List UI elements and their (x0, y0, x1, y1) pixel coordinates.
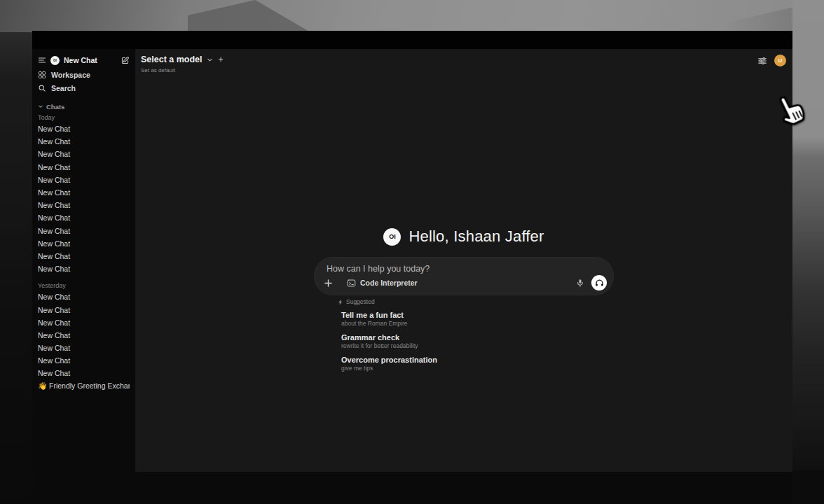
input-toolbar: Code Interpreter (324, 275, 607, 290)
chat-list-today: New Chat New Chat New Chat New Chat New … (38, 122, 130, 275)
sidebar-header: OI New Chat (38, 52, 130, 68)
chat-list-item[interactable]: New Chat (38, 122, 130, 135)
model-header: Select a model + Set as default (141, 55, 224, 74)
suggestion-item[interactable]: Tell me a fun fact about the Roman Empir… (341, 311, 590, 328)
suggested-header: Suggested (338, 298, 590, 306)
workspace-label: Workspace (51, 71, 90, 79)
sidebar: OI New Chat Workspace Search (32, 49, 135, 472)
chat-list-yesterday: New Chat New Chat New Chat New Chat New … (38, 290, 130, 379)
suggestion-title: Grammar check (341, 333, 590, 342)
center-column: OI Hello, Ishaan Jaffer How can I help y… (313, 49, 614, 472)
code-interpreter-toggle[interactable]: Code Interpreter (347, 279, 418, 288)
settings-sliders-icon[interactable] (757, 56, 767, 66)
chat-list-item-named[interactable]: 👋 Friendly Greeting Exchange (38, 380, 130, 393)
headphones-icon (595, 279, 604, 288)
sidebar-item-search[interactable]: Search (38, 81, 130, 94)
chat-list-item[interactable]: New Chat (38, 211, 130, 224)
model-selector[interactable]: Select a model + (141, 55, 224, 64)
suggested-label: Suggested (346, 298, 375, 305)
chat-list-item[interactable]: New Chat (38, 342, 130, 354)
desktop-wallpaper-right (792, 0, 824, 470)
suggestion-title: Overcome procrastination (341, 356, 590, 365)
suggestion-subtitle: about the Roman Empire (341, 320, 590, 328)
chevron-down-icon (38, 104, 43, 109)
attach-plus-button[interactable] (324, 279, 333, 288)
header-right-controls: IJ (757, 55, 786, 66)
app-logo: OI (383, 228, 401, 246)
suggestion-list: Tell me a fun fact about the Roman Empir… (338, 311, 590, 372)
chats-label: Chats (46, 103, 64, 111)
main-area: Select a model + Set as default IJ OI He (135, 49, 792, 472)
add-model-button[interactable]: + (219, 55, 224, 64)
chat-list-item[interactable]: New Chat (38, 186, 130, 199)
user-avatar[interactable]: IJ (774, 55, 786, 66)
chat-list-item[interactable]: New Chat (38, 303, 130, 316)
chat-list-item[interactable]: New Chat (38, 199, 130, 211)
command-line-icon (347, 279, 356, 288)
chat-list-item[interactable]: New Chat (38, 329, 130, 342)
app-logo: OI (50, 56, 60, 65)
suggestion-item[interactable]: Overcome procrastination give me tips (341, 356, 590, 372)
menu-icon[interactable] (38, 56, 46, 64)
sidebar-title: New Chat (64, 56, 116, 64)
chat-list-item[interactable]: New Chat (38, 250, 130, 262)
date-group-yesterday: Yesterday (38, 281, 130, 290)
sidebar-item-workspace[interactable]: Workspace (38, 68, 130, 81)
chat-list-item[interactable]: New Chat (38, 135, 130, 148)
chat-list-item[interactable]: New Chat (38, 161, 130, 174)
chevron-down-icon (207, 57, 213, 63)
message-input-box[interactable]: How can I help you today? Code Interpret… (315, 258, 613, 295)
desktop-wallpaper-left (0, 32, 32, 504)
greeting-text: Hello, Ishaan Jaffer (408, 227, 544, 246)
window-top-bar (32, 31, 792, 49)
chat-list-item[interactable]: New Chat (38, 316, 130, 329)
chat-list-item[interactable]: New Chat (38, 174, 130, 186)
suggestion-subtitle: rewrite it for better readability (341, 342, 590, 350)
chat-list-item[interactable]: New Chat (38, 237, 130, 250)
microphone-icon[interactable] (576, 279, 584, 287)
open-webui-window: OI New Chat Workspace Search (32, 31, 792, 472)
grid-icon (38, 71, 46, 79)
chat-list-item[interactable]: New Chat (38, 148, 130, 160)
greeting-row: OI Hello, Ishaan Jaffer (313, 227, 614, 246)
new-chat-pencil-icon[interactable] (121, 56, 130, 65)
magnifier-icon (38, 84, 46, 92)
model-selector-label: Select a model (141, 55, 202, 64)
date-group-today: Today (38, 113, 130, 122)
desktop-wallpaper-top (0, 0, 824, 32)
suggested-section: Suggested Tell me a fun fact about the R… (338, 298, 590, 378)
chat-list-item[interactable]: New Chat (38, 290, 130, 303)
set-as-default-button[interactable]: Set as default (141, 67, 224, 74)
message-input-placeholder: How can I help you today? (327, 264, 430, 274)
code-interpreter-label: Code Interpreter (360, 279, 418, 287)
desktop-wallpaper-bottom (32, 472, 792, 504)
voice-call-button[interactable] (591, 275, 607, 290)
lightning-icon (338, 299, 343, 305)
suggestion-subtitle: give me tips (341, 365, 590, 372)
chat-list-item[interactable]: New Chat (38, 354, 130, 367)
chats-section-toggle[interactable]: Chats (38, 102, 130, 111)
search-label: Search (51, 84, 76, 92)
suggestion-item[interactable]: Grammar check rewrite it for better read… (341, 333, 590, 350)
chat-list-item[interactable]: New Chat (38, 225, 130, 237)
chat-list-item[interactable]: New Chat (38, 367, 130, 379)
chat-list-item[interactable]: New Chat (38, 262, 130, 275)
suggestion-title: Tell me a fun fact (341, 311, 590, 320)
